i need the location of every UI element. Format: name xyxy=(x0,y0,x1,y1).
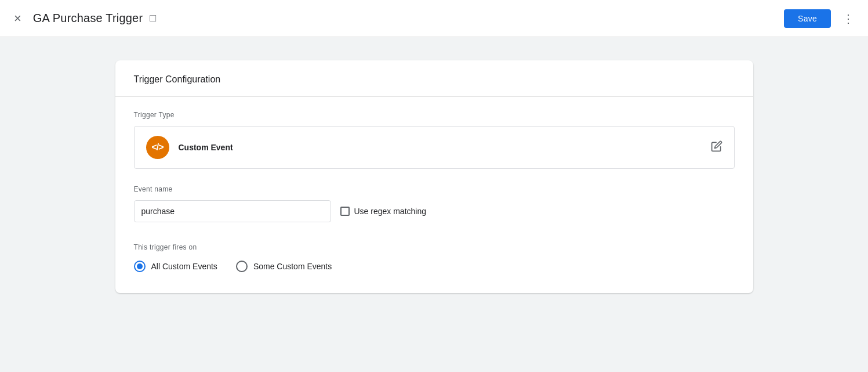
main-content: Trigger Configuration Trigger Type </> C… xyxy=(0,37,868,372)
radio-option-all[interactable]: All Custom Events xyxy=(134,261,217,272)
header: × GA Purchase Trigger □ Save ⋮ xyxy=(0,0,868,37)
more-options-button[interactable]: ⋮ xyxy=(838,7,859,30)
event-name-label: Event name xyxy=(134,185,735,193)
trigger-type-label: Trigger Type xyxy=(134,111,735,119)
trigger-type-section: Trigger Type </> Custom Event xyxy=(134,111,735,169)
close-button[interactable]: × xyxy=(9,6,26,31)
fires-on-section: This trigger fires on All Custom Events … xyxy=(134,243,735,272)
trigger-type-icon-circle: </> xyxy=(146,136,169,159)
folder-icon[interactable]: □ xyxy=(150,12,156,24)
header-left: × GA Purchase Trigger □ xyxy=(9,6,784,31)
regex-label: Use regex matching xyxy=(354,207,427,216)
event-name-row: Use regex matching xyxy=(134,200,735,222)
save-button[interactable]: Save xyxy=(784,9,831,28)
card-body: Trigger Type </> Custom Event xyxy=(115,97,753,293)
card-title: Trigger Configuration xyxy=(134,74,221,84)
radio-label-some: Some Custom Events xyxy=(253,262,332,271)
fires-on-label: This trigger fires on xyxy=(134,243,735,251)
page-title: GA Purchase Trigger xyxy=(33,12,143,25)
radio-circle-all[interactable] xyxy=(134,261,146,272)
card-header: Trigger Configuration xyxy=(115,60,753,97)
regex-checkbox[interactable] xyxy=(340,207,350,216)
radio-option-some[interactable]: Some Custom Events xyxy=(236,261,332,272)
trigger-type-selector[interactable]: </> Custom Event xyxy=(134,126,735,169)
trigger-configuration-card: Trigger Configuration Trigger Type </> C… xyxy=(115,60,753,293)
event-name-input[interactable] xyxy=(134,200,331,222)
regex-container: Use regex matching xyxy=(340,207,427,216)
custom-event-icon: </> xyxy=(151,142,163,153)
event-name-section: Event name Use regex matching xyxy=(134,185,735,222)
radio-label-all: All Custom Events xyxy=(151,262,217,271)
trigger-type-name: Custom Event xyxy=(179,143,711,152)
edit-trigger-type-icon[interactable] xyxy=(711,140,722,155)
radio-group: All Custom Events Some Custom Events xyxy=(134,261,735,272)
radio-circle-some[interactable] xyxy=(236,261,248,272)
header-right: Save ⋮ xyxy=(784,7,859,30)
